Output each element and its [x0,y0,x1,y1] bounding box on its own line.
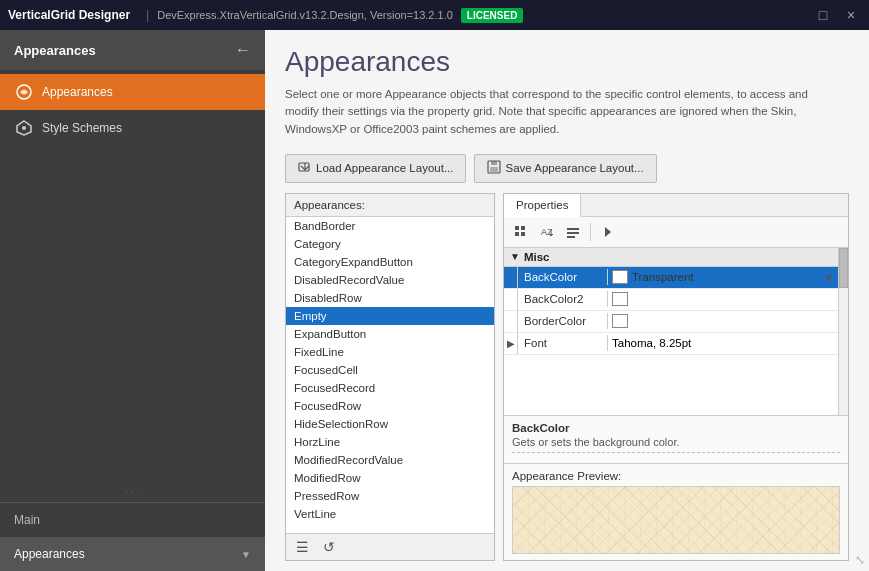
preview-texture [512,486,840,554]
prop-grid-container: ▼ Misc BackColor Transparent ▼ [504,248,848,415]
close-button[interactable]: × [841,7,861,23]
svg-rect-7 [515,226,519,230]
prop-grid-scrollbar[interactable] [838,248,848,415]
prop-properties-btn[interactable] [562,221,584,243]
list-item[interactable]: BandBorder [286,217,494,235]
prop-alphabetical-btn[interactable]: AZ [536,221,558,243]
save-btn-label: Save Appearance Layout... [505,162,643,174]
backcolor-dropdown[interactable]: Transparent ▼ [632,271,834,283]
appearances-bottom-label: Appearances [14,547,85,561]
load-icon [298,160,312,177]
misc-label: Misc [524,251,550,263]
list-item[interactable]: FocusedRecord [286,379,494,397]
sidebar-nav: Appearances Style Schemes [0,70,265,281]
scrollbar-thumb[interactable] [839,248,848,288]
prop-toolbar-separator [590,223,591,241]
list-item[interactable]: ModifiedRecordValue [286,451,494,469]
list-item[interactable]: FocusedCell [286,361,494,379]
prop-description: BackColor Gets or sets the background co… [504,415,848,463]
svg-rect-6 [490,167,498,172]
prop-grid: ▼ Misc BackColor Transparent ▼ [504,248,838,415]
list-item[interactable]: VertLine [286,505,494,523]
list-item[interactable]: PressedRow [286,487,494,505]
font-text: Tahoma, 8.25pt [612,337,691,349]
list-refresh-button[interactable]: ↺ [319,537,339,557]
drag-handle: · · · [0,483,265,502]
sidebar-bottom: Main Appearances ▼ [0,502,265,571]
backcolor2-swatch [612,292,628,306]
sidebar-item-style-schemes[interactable]: Style Schemes [0,110,265,146]
list-item[interactable]: FixedLine [286,343,494,361]
sidebar-section-main[interactable]: Main [0,503,265,537]
save-appearance-button[interactable]: Save Appearance Layout... [474,154,656,183]
list-item[interactable]: DisabledRow [286,289,494,307]
backcolor2-expand-col [504,289,518,310]
sidebar-header: Appearances ← [0,30,265,70]
appearances-list[interactable]: BandBorderCategoryCategoryExpandButtonDi… [286,217,494,533]
content-area: Appearances Select one or more Appearanc… [265,30,869,571]
list-item[interactable]: Category [286,235,494,253]
list-item[interactable]: HideSelectionRow [286,415,494,433]
prop-desc-separator [512,452,840,453]
app-version: DevExpress.XtraVerticalGrid.v13.2.Design… [157,9,453,21]
list-item[interactable]: FocusedRow [286,397,494,415]
save-icon [487,160,501,177]
window-controls: □ × [813,7,861,23]
preview-box [512,486,840,554]
resize-corner[interactable]: ⤡ [855,553,865,567]
list-item[interactable]: ModifiedRow [286,469,494,487]
sidebar: Appearances ← Appearances [0,30,265,571]
app-name: VerticalGrid Designer [8,8,130,22]
backcolor2-value[interactable] [608,290,838,308]
prop-section-misc: ▼ Misc [504,248,838,267]
prop-toolbar: AZ [504,217,848,248]
appearances-icon [14,82,34,102]
properties-panel: Properties AZ [503,193,849,561]
backcolor-text: Transparent [632,271,694,283]
prop-categorized-btn[interactable] [510,221,532,243]
panels: Appearances: BandBorderCategoryCategoryE… [265,193,869,571]
bordercolor-value[interactable] [608,312,838,330]
svg-rect-8 [515,232,519,236]
sidebar-section-appearances-bottom[interactable]: Appearances ▼ [0,537,265,571]
misc-expand-icon[interactable]: ▼ [510,251,520,262]
appearances-label: Appearances [42,85,113,99]
font-expand-col[interactable]: ▶ [504,333,518,354]
content-description: Select one or more Appearance objects th… [285,86,835,138]
main-section-label: Main [14,513,40,527]
bordercolor-expand-col [504,311,518,332]
tab-properties[interactable]: Properties [504,194,581,217]
content-header: Appearances Select one or more Appearanc… [265,30,869,146]
font-value: Tahoma, 8.25pt [608,335,838,351]
style-schemes-icon [14,118,34,138]
prop-events-btn[interactable] [597,221,619,243]
list-item[interactable]: CategoryExpandButton [286,253,494,271]
title-sep: | [146,8,149,22]
prop-desc-title: BackColor [512,422,840,434]
preview-title: Appearance Preview: [512,470,840,482]
list-item[interactable]: HorzLine [286,433,494,451]
list-item[interactable]: DisabledRecordValue [286,271,494,289]
svg-point-1 [22,126,26,130]
list-item[interactable]: Empty [286,307,494,325]
prop-row-bordercolor[interactable]: BorderColor [504,311,838,333]
sidebar-item-appearances[interactable]: Appearances [0,74,265,110]
appearance-preview: Appearance Preview: [504,463,848,560]
list-add-button[interactable]: ☰ [292,537,313,557]
prop-row-font[interactable]: ▶ Font Tahoma, 8.25pt [504,333,838,355]
backcolor-dropdown-arrow[interactable]: ▼ [824,272,834,283]
svg-rect-14 [567,236,575,238]
page-title: Appearances [285,46,849,78]
minimize-button[interactable]: □ [813,7,833,23]
list-item[interactable]: ExpandButton [286,325,494,343]
prop-row-backcolor2[interactable]: BackColor2 [504,289,838,311]
load-appearance-button[interactable]: Load Appearance Layout... [285,154,466,183]
backcolor-value[interactable]: Transparent ▼ [608,268,838,286]
appearances-panel-header: Appearances: [286,194,494,217]
font-name: Font [518,335,608,351]
prop-row-backcolor[interactable]: BackColor Transparent ▼ [504,267,838,289]
sidebar-back-button[interactable]: ← [235,41,251,59]
panel-footer: ☰ ↺ [286,533,494,560]
backcolor-swatch [612,270,628,284]
load-btn-label: Load Appearance Layout... [316,162,453,174]
